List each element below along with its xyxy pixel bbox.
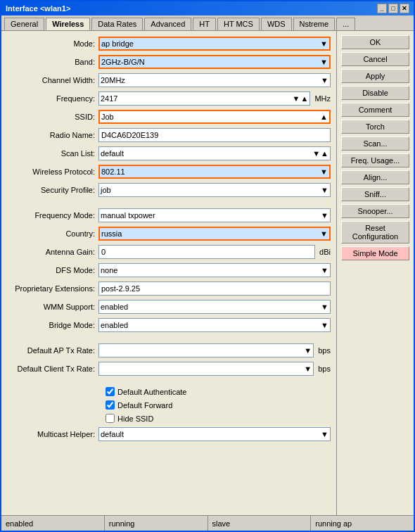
torch-button[interactable]: Torch [341, 120, 409, 134]
wmm-label: WMM Support: [7, 303, 98, 311]
bridge-mode-arrow: ▼ [321, 321, 328, 329]
default-ap-tx-arrow: ▼ [304, 346, 312, 355]
mode-select[interactable]: ap bridge ▼ [98, 37, 331, 51]
scan-list-down-arrow[interactable]: ▼ [312, 149, 320, 158]
minimize-button[interactable]: _ [377, 4, 387, 13]
cancel-button[interactable]: Cancel [341, 52, 409, 66]
main-panel: Mode: ap bridge ▼ Band: 2GHz-B/G/N ▼ [1, 31, 336, 515]
tab-general[interactable]: General [4, 18, 44, 30]
dfs-mode-control: none ▼ [98, 263, 331, 277]
radio-name-row: Radio Name: [7, 128, 331, 142]
tab-wireless[interactable]: Wireless [46, 18, 90, 30]
ssid-row: SSID: Job ▲ [7, 110, 331, 124]
default-client-tx-row: Default Client Tx Rate: ▼ bps [7, 362, 331, 376]
disable-button[interactable]: Disable [341, 86, 409, 100]
frequency-mode-row: Frequency Mode: manual txpower ▼ [7, 208, 331, 222]
wireless-protocol-select[interactable]: 802.11 ▼ [98, 165, 331, 179]
band-select[interactable]: 2GHz-B/G/N ▼ [98, 55, 331, 69]
checkbox-hide-ssid: Hide SSID [106, 414, 331, 423]
scan-list-up-arrow[interactable]: ▲ [321, 149, 328, 158]
proprietary-input[interactable] [98, 281, 331, 296]
proprietary-label: Proprietary Extensions: [7, 284, 98, 293]
multicast-helper-control: default ▼ [98, 427, 331, 441]
tab-advanced[interactable]: Advanced [144, 18, 191, 30]
default-ap-tx-row: Default AP Tx Rate: ▼ bps [7, 343, 331, 357]
tab-more[interactable]: ... [336, 18, 355, 30]
hide-ssid-checkbox[interactable] [106, 414, 115, 423]
dfs-mode-select[interactable]: none ▼ [98, 263, 331, 277]
close-button[interactable]: ✕ [400, 4, 409, 13]
security-profile-select[interactable]: job ▼ [98, 183, 331, 197]
tab-ht-mcs[interactable]: HT MCS [217, 18, 260, 30]
mode-label: Mode: [7, 39, 98, 48]
antenna-gain-input[interactable] [98, 245, 315, 259]
align-button[interactable]: Align... [341, 170, 409, 184]
frequency-control: 2417 ▼ ▲ MHz [98, 91, 331, 106]
radio-name-input[interactable] [98, 128, 331, 142]
window-title: Interface <wlan1> [6, 4, 70, 13]
checkbox-default-authenticate: Default Authenticate [106, 387, 331, 396]
main-window: Interface <wlan1> _ □ ✕ General Wireless… [0, 0, 415, 532]
snooper-button[interactable]: Snooper... [341, 204, 409, 218]
scan-button[interactable]: Scan... [341, 137, 409, 151]
country-select[interactable]: russia ▼ [98, 227, 331, 241]
frequency-mode-arrow: ▼ [321, 211, 328, 220]
default-authenticate-checkbox[interactable] [106, 387, 115, 396]
ssid-arrow: ▲ [320, 113, 328, 121]
frequency-down-arrow[interactable]: ▼ [293, 94, 300, 103]
ok-button[interactable]: OK [341, 35, 409, 49]
bridge-mode-row: Bridge Mode: enabled ▼ [7, 318, 331, 332]
freq-usage-button[interactable]: Freq. Usage... [341, 153, 409, 167]
default-forward-label: Default Forward [117, 401, 172, 410]
checkbox-default-forward: Default Forward [106, 400, 331, 410]
security-profile-control: job ▼ [98, 183, 331, 197]
mode-control: ap bridge ▼ [98, 37, 331, 51]
multicast-helper-select[interactable]: default ▼ [98, 427, 331, 441]
ssid-select[interactable]: Job ▲ [98, 110, 331, 124]
apply-button[interactable]: Apply [341, 69, 409, 83]
channel-width-label: Channel Width: [7, 76, 98, 84]
wmm-control: enabled ▼ [98, 300, 331, 314]
separator-1 [7, 201, 331, 205]
frequency-mode-select[interactable]: manual txpower ▼ [98, 208, 331, 222]
frequency-up-arrow[interactable]: ▲ [301, 94, 309, 103]
wireless-protocol-control: 802.11 ▼ [98, 165, 331, 179]
ssid-control: Job ▲ [98, 110, 331, 124]
multicast-helper-arrow: ▼ [321, 430, 328, 438]
default-ap-tx-select[interactable]: ▼ [98, 343, 314, 357]
tab-data-rates[interactable]: Data Rates [91, 18, 143, 30]
scan-list-arrows: ▼ ▲ [312, 149, 328, 158]
sniff-button[interactable]: Sniff... [341, 187, 409, 201]
band-dropdown-arrow: ▼ [320, 58, 328, 66]
wmm-select[interactable]: enabled ▼ [98, 300, 331, 314]
country-row: Country: russia ▼ [7, 227, 331, 241]
comment-button[interactable]: Comment [341, 103, 409, 117]
status-enabled: enabled [1, 516, 105, 531]
mode-row: Mode: ap bridge ▼ [7, 37, 331, 51]
status-bar: enabled running slave running ap [1, 515, 414, 531]
title-bar: Interface <wlan1> _ □ ✕ [1, 1, 414, 15]
wmm-arrow: ▼ [321, 303, 328, 311]
dfs-mode-label: DFS Mode: [7, 266, 98, 274]
title-bar-buttons: _ □ ✕ [377, 4, 409, 13]
default-forward-checkbox[interactable] [106, 400, 115, 410]
tab-ht[interactable]: HT [193, 18, 216, 30]
country-control: russia ▼ [98, 227, 331, 241]
dfs-mode-arrow: ▼ [321, 266, 328, 274]
bridge-mode-select[interactable]: enabled ▼ [98, 318, 331, 332]
default-client-tx-select[interactable]: ▼ [98, 362, 314, 376]
simple-mode-button[interactable]: Simple Mode [341, 246, 409, 260]
scan-list-select[interactable]: default ▼ ▲ [98, 146, 331, 160]
country-label: Country: [7, 229, 98, 238]
band-row: Band: 2GHz-B/G/N ▼ [7, 55, 331, 69]
wireless-protocol-label: Wireless Protocol: [7, 167, 98, 176]
bridge-mode-control: enabled ▼ [98, 318, 331, 332]
frequency-select[interactable]: 2417 ▼ ▲ [98, 91, 310, 106]
tab-wds[interactable]: WDS [261, 18, 292, 30]
frequency-mode-label: Frequency Mode: [7, 211, 98, 220]
channel-width-select[interactable]: 20MHz ▼ [98, 73, 331, 87]
tab-nstreme[interactable]: Nstreme [293, 18, 336, 30]
security-profile-arrow: ▼ [321, 186, 328, 194]
maximize-button[interactable]: □ [388, 4, 398, 13]
reset-config-button[interactable]: Reset Configuration [341, 221, 409, 243]
